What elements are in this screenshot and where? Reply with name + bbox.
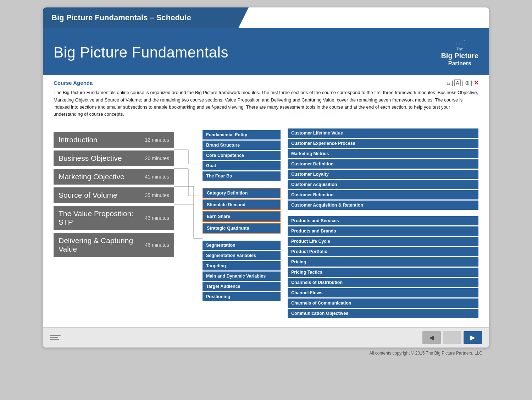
right-product-life-cycle[interactable]: Product Life Cycle — [288, 237, 478, 246]
text-size-icon[interactable]: A — [454, 80, 460, 86]
right-products-brands[interactable]: Products and Brands — [288, 226, 478, 236]
right-marketing-metrics[interactable]: Marketing Metrics — [288, 149, 478, 158]
menu-line-3 — [50, 339, 59, 340]
right-customer-lifetime-value[interactable]: Customer Lifetime Value — [288, 128, 478, 138]
logo-partners: Partners — [441, 60, 478, 67]
title-bar: Big Picture Fundamentals – Schedule — [43, 7, 249, 28]
right-group-products: Products and Services Products and Brand… — [288, 216, 478, 318]
course-duration: 26 minutes — [145, 155, 169, 161]
header-section: Big Picture Fundamentals ....: The Big P… — [43, 28, 489, 75]
topic-targeting[interactable]: Targeting — [203, 261, 281, 270]
topic-main-dynamic-variables[interactable]: Main and Dynamic Variables — [203, 272, 281, 281]
course-business-objective[interactable]: Business Objective 26 minutes — [54, 150, 174, 166]
right-customer-definition[interactable]: Customer Definition — [288, 159, 478, 169]
topic-fundamental-entity[interactable]: Fundamental Entity — [203, 130, 281, 139]
topic-segmentation[interactable]: Segmentation — [203, 241, 281, 250]
course-source-of-volume[interactable]: Source of Volume 35 minutes — [54, 187, 174, 203]
courses-column: Introduction 12 minutes Business Objecti… — [54, 132, 174, 320]
right-communication-objectives[interactable]: Communication Objectives — [288, 309, 478, 318]
right-customer-acquisition[interactable]: Customer Acquisition — [288, 180, 478, 189]
topic-target-audience[interactable]: Target Audience — [203, 282, 281, 291]
separator-1: | — [451, 80, 453, 86]
globe-icon[interactable]: ⊕ — [465, 80, 470, 86]
topic-goal[interactable]: Goal — [203, 161, 281, 170]
topic-category-definition[interactable]: Category Definition — [203, 188, 281, 198]
course-name: Business Objective — [59, 154, 122, 163]
logo-the: The — [441, 47, 478, 51]
right-channels-communication[interactable]: Channels of Communication — [288, 298, 478, 308]
right-pricing[interactable]: Pricing — [288, 257, 478, 267]
course-name: Delivering & Capturing Value — [59, 236, 141, 253]
menu-line-2 — [50, 337, 58, 338]
logo-dots: ....: — [453, 38, 466, 46]
right-pricing-tactics[interactable]: Pricing Tactics — [288, 268, 478, 277]
copyright-text: All contents copyright © 2015 The Big Pi… — [369, 351, 482, 356]
topic-core-competence[interactable]: Core Competence — [203, 151, 281, 160]
course-delivering-capturing[interactable]: Delivering & Capturing Value 46 minutes — [54, 233, 174, 257]
schedule-layout: Introduction 12 minutes Business Objecti… — [43, 125, 489, 327]
separator-2: | — [462, 80, 464, 86]
course-marketing-objective[interactable]: Marketing Objective 41 minutes — [54, 169, 174, 185]
right-channels-distribution[interactable]: Channels of Distribution — [288, 278, 478, 287]
right-product-portfolio[interactable]: Product Portfolio — [288, 247, 478, 256]
agenda-title: Course Agenda — [54, 80, 93, 86]
course-duration: 43 minutes — [145, 215, 169, 221]
course-title: Big Picture Fundamentals — [54, 44, 228, 61]
close-icon[interactable]: ✕ — [474, 80, 478, 86]
right-customer-loyalty[interactable]: Customer Loyalty — [288, 170, 478, 179]
topic-group-1: Fundamental Entity Brand Structure Core … — [203, 130, 281, 181]
footer-nav: ◀ ▶ — [43, 327, 489, 347]
back-button[interactable]: ◀ — [422, 331, 441, 344]
toolbar-icons: ⌂ | A | ⊕ | ✕ — [447, 80, 478, 86]
topic-earn-share[interactable]: Earn Share — [203, 211, 281, 222]
course-name: Marketing Objective — [59, 172, 124, 181]
course-duration: 35 minutes — [145, 192, 169, 198]
topic-strategic-quadrants[interactable]: Strategic Quadrants — [203, 223, 281, 234]
topic-stimulate-demand[interactable]: Stimulate Demand — [203, 199, 281, 210]
connectors — [174, 128, 203, 320]
course-duration: 46 minutes — [145, 242, 169, 248]
topic-group-2: Category Definition Stimulate Demand Ear… — [203, 188, 281, 234]
course-value-proposition[interactable]: The Value Proposition: STP 43 minutes — [54, 206, 174, 230]
logo-big-picture: Big Picture — [441, 51, 478, 60]
spacer — [288, 212, 478, 216]
course-duration: 12 minutes — [145, 137, 169, 143]
middle-column: Fundamental Entity Brand Structure Core … — [203, 130, 281, 320]
right-group-customers: Customer Lifetime Value Customer Experie… — [288, 128, 478, 210]
right-customer-experience-process[interactable]: Customer Experience Process — [288, 139, 478, 148]
topic-segmentation-variables[interactable]: Segmentation Variables — [203, 251, 281, 260]
course-name: Source of Volume — [59, 191, 117, 199]
separator-3: | — [471, 80, 472, 86]
menu-icon[interactable] — [50, 335, 61, 340]
course-introduction[interactable]: Introduction 12 minutes — [54, 132, 174, 148]
topic-brand-structure[interactable]: Brand Structure — [203, 141, 281, 150]
page-title: Big Picture Fundamentals – Schedule — [51, 13, 191, 22]
topic-four-bs[interactable]: The Four Bs — [203, 171, 281, 181]
logo-area: ....: The Big Picture Partners — [441, 38, 478, 67]
home-icon[interactable]: ⌂ — [447, 80, 450, 86]
right-products-services[interactable]: Products and Services — [288, 216, 478, 225]
copyright: All contents copyright © 2015 The Big Pi… — [43, 348, 489, 358]
course-name: The Value Proposition: STP — [59, 209, 141, 226]
agenda-text: The Big Picture Fundamentals online cour… — [54, 89, 478, 118]
menu-line-1 — [50, 335, 61, 336]
course-duration: 41 minutes — [145, 174, 169, 180]
right-customer-retention[interactable]: Customer Retention — [288, 190, 478, 199]
topic-positioning[interactable]: Positioning — [203, 292, 281, 301]
right-channel-flows[interactable]: Channel Flows — [288, 288, 478, 297]
agenda-section: Course Agenda ⌂ | A | ⊕ | ✕ The Big Pict… — [43, 75, 489, 125]
topic-group-3: Segmentation Segmentation Variables Targ… — [203, 241, 281, 301]
logo-text: The Big Picture Partners — [441, 47, 478, 67]
nav-buttons: ◀ ▶ — [422, 331, 482, 344]
right-customer-acquisition-retention[interactable]: Customer Acquisition & Retention — [288, 201, 478, 210]
right-area: Customer Lifetime Value Customer Experie… — [288, 128, 478, 320]
placeholder-button — [443, 331, 461, 344]
forward-button[interactable]: ▶ — [464, 331, 482, 344]
course-name: Introduction — [59, 136, 98, 144]
